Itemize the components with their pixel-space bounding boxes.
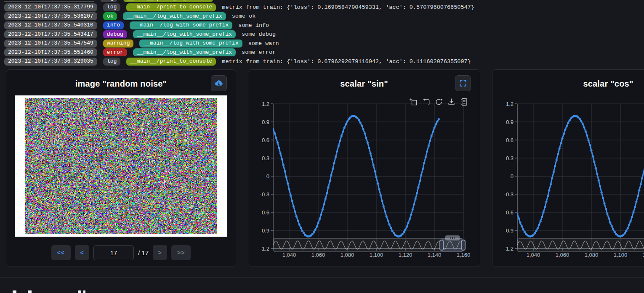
y-tick-label: -0.9 (504, 227, 514, 234)
y-tick-label: -0.9 (260, 227, 269, 234)
prev-page-button[interactable]: < (75, 245, 89, 260)
y-tick-label: 0.3 (506, 155, 514, 161)
log-level-badge: debug (103, 30, 127, 38)
log-message: some ok (232, 13, 256, 19)
chart-toolbar (410, 98, 468, 106)
log-row: 2023-12-10T17:37:36.329035log__main__/pr… (4, 58, 640, 66)
y-tick-label: 0 (266, 173, 269, 179)
fullscreen-icon (459, 79, 467, 87)
noise-image-figure (15, 95, 227, 237)
log-message: some warn (248, 40, 279, 47)
cards-row: image "random noise" << < / 17 > >> scal… (6, 69, 644, 267)
log-level-badge: warning (103, 40, 134, 48)
log-module-badge: __main__/log_with_some_prefix (139, 40, 242, 48)
log-message: some info (238, 22, 269, 29)
undo-zoom-icon[interactable] (422, 98, 430, 106)
log-message: some debug (242, 31, 276, 37)
sin-chart-plot[interactable]: 1.20.90.60.30-0.3-0.6-0.9-1.21,0401,0601… (248, 95, 481, 265)
log-timestamp-badge: 2023-12-10T17:37:35.317799 (4, 3, 97, 11)
minimap-brush-grip[interactable] (445, 235, 460, 240)
chart-minimap[interactable] (273, 235, 465, 252)
section-divider (0, 277, 644, 278)
page-number-input[interactable] (93, 245, 134, 260)
y-tick-label: -0.6 (504, 209, 514, 216)
log-module-badge: __main__/print_to_console (126, 58, 216, 66)
log-module-badge: __main__/log_with_some_prefix (133, 48, 236, 56)
cos-chart-plot[interactable]: 1.20.90.60.30-0.3-0.6-0.9-1.21,0401,0601… (492, 95, 644, 265)
log-row: 2023-12-10T17:37:35.536207ok__main__/log… (4, 12, 640, 20)
log-module-badge: __main__/log_with_some_prefix (123, 12, 226, 20)
image-card-title: image "random noise" (6, 70, 236, 89)
page-total-label: / 17 (138, 249, 149, 256)
minimap-brush[interactable] (440, 235, 465, 252)
x-tick-label: 1,080 (341, 252, 354, 258)
y-tick-label: 0.6 (506, 137, 514, 143)
log-level-badge: error (103, 48, 127, 56)
y-tick-label: -0.6 (260, 209, 269, 216)
log-timestamp-badge: 2023-12-10T17:37:35.540310 (4, 21, 97, 29)
log-level-badge: ok (103, 12, 117, 20)
last-page-button[interactable]: >> (171, 245, 191, 260)
y-tick-label: -0.3 (504, 191, 514, 198)
fullscreen-button[interactable] (455, 75, 471, 91)
reset-zoom-icon[interactable] (435, 98, 443, 106)
chart-minimap[interactable] (517, 235, 644, 252)
log-row: 2023-12-10T17:37:35.543417debug__main__/… (4, 30, 640, 38)
log-module-badge: __main__/print_to_console (123, 0, 213, 2)
y-tick-label: 1.2 (262, 101, 269, 107)
x-tick-label: 1,120 (399, 252, 412, 258)
log-module-badge: __main__/log_with_some_prefix (133, 30, 236, 38)
x-tick-label: 1,160 (457, 252, 471, 258)
log-level-badge: info (103, 21, 124, 29)
x-tick-label: 1,100 (370, 252, 383, 258)
y-tick-label: -0.3 (260, 191, 269, 198)
log-module-badge: __main__/print_to_console (126, 3, 216, 11)
minimap-brush-handle-right[interactable] (462, 240, 465, 250)
log-module-badge: __main__/log_with_some_prefix (130, 21, 232, 29)
x-tick-label: 1,060 (311, 252, 325, 258)
y-tick-label: 0.6 (262, 137, 269, 143)
download-image-button[interactable] (211, 75, 227, 91)
x-tick-label: 1,080 (585, 252, 599, 258)
log-timestamp-badge: 2023-12-10T17:37:35.543417 (4, 30, 97, 38)
log-level-badge: log (103, 58, 120, 66)
log-console: log__main__/print_to_console2023-12-10T1… (4, 0, 640, 66)
log-row: 2023-12-10T17:37:35.540310info__main__/l… (4, 21, 640, 29)
log-message: metrix from train: {'loss': 0.1690584700… (222, 4, 474, 11)
x-tick-label: 1,060 (556, 252, 569, 258)
random-noise-image (25, 98, 217, 234)
x-tick-label: 1,040 (527, 252, 540, 258)
sin-card-title: scalar "sin" (248, 70, 480, 89)
y-tick-label: 0.9 (506, 119, 514, 125)
x-tick-label: 1,100 (614, 252, 628, 258)
log-row: 2023-12-10T17:37:35.551460error__main__/… (4, 48, 640, 56)
y-tick-label: 1.2 (506, 101, 514, 107)
scalar-sin-card: scalar "sin" (248, 69, 480, 267)
log-timestamp-badge: 2023-12-10T17:37:35.551460 (4, 48, 97, 56)
minimap-brush-handle-left[interactable] (440, 240, 443, 250)
log-timestamp-badge (4, 1, 94, 2)
x-tick-label: 1,140 (428, 252, 442, 258)
cos-card-title: scalar "cos" (492, 70, 644, 89)
image-card: image "random noise" << < / 17 > >> (6, 69, 236, 267)
y-tick-label: -1.2 (504, 245, 514, 252)
log-row: 2023-12-10T17:37:35.547549warning__main_… (4, 40, 640, 48)
log-message: metrix from train: {'loss': 0.6796292079… (222, 58, 471, 65)
y-tick-label: 0.3 (262, 155, 269, 161)
first-page-button[interactable]: << (51, 245, 71, 260)
log-row: 2023-12-10T17:37:35.317799log__main__/pr… (4, 3, 640, 11)
image-pagination: << < / 17 > >> (6, 245, 236, 260)
log-timestamp-badge: 2023-12-10T17:37:35.536207 (4, 12, 97, 20)
y-tick-label: 0.9 (262, 119, 269, 125)
next-page-button[interactable]: > (153, 245, 167, 260)
log-timestamp-badge: 2023-12-10T17:37:36.329035 (4, 58, 97, 66)
log-level-badge: log (100, 0, 117, 2)
cloud-download-icon (214, 79, 224, 88)
scalar-cos-card: scalar "cos" 1.20.90.60.30-0.3-0.6-0.9-1… (492, 69, 644, 267)
download-chart-icon[interactable] (447, 98, 455, 106)
chart-logs-icon[interactable] (460, 98, 468, 106)
y-tick-label: -1.2 (260, 245, 269, 252)
log-row: log__main__/print_to_console (4, 0, 640, 2)
zoom-selection-icon[interactable] (410, 98, 418, 106)
log-message: some error (242, 49, 276, 55)
